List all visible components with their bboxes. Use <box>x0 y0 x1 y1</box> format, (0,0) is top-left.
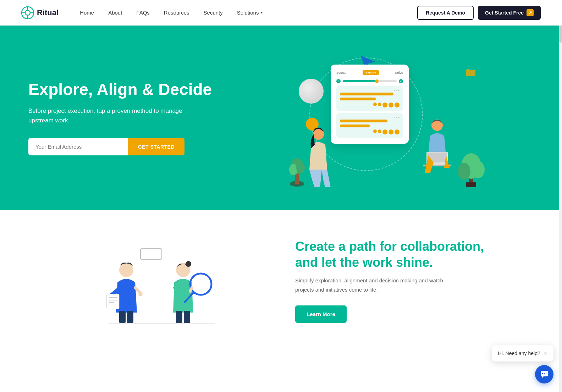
ui-section-2 <box>336 113 403 138</box>
folder-icon-decoration <box>465 68 476 78</box>
chat-widget: Hi. Need any help? × <box>492 345 553 351</box>
navbar: Ritual Home About FAQs Resources Securit… <box>0 0 562 26</box>
nav-security[interactable]: Security <box>204 10 223 16</box>
get-started-button[interactable]: Get Started Free ↗ <box>478 6 541 20</box>
nav-about[interactable]: About <box>108 10 122 16</box>
section2-content: Create a path for collaboration, and let… <box>295 238 534 323</box>
arrow-icon: ↗ <box>527 9 534 16</box>
ui-card: Source Explore Solve ✓ ✓ <box>331 65 409 144</box>
hero-email-form: GET STARTED <box>28 138 184 155</box>
email-input[interactable] <box>28 138 128 155</box>
ui-bar-3 <box>340 120 387 122</box>
section2-title: Create a path for collaboration, and let… <box>295 238 534 270</box>
svg-point-34 <box>186 261 191 267</box>
chat-message: Hi. Need any help? <box>498 350 540 351</box>
nav-solutions-label: Solutions <box>237 10 259 16</box>
request-demo-button[interactable]: Request A Demo <box>417 6 474 20</box>
chat-close-button[interactable]: × <box>544 350 547 351</box>
svg-point-11 <box>289 164 298 175</box>
svg-rect-22 <box>466 182 476 187</box>
section2-title-part1: Create a path for collaboration, <box>295 239 484 254</box>
section2-title-highlight: shine. <box>396 255 433 270</box>
svg-rect-31 <box>119 311 126 323</box>
nav-faqs[interactable]: FAQs <box>136 10 150 16</box>
section2-title-part2: and let the work <box>295 255 396 270</box>
nav-actions: Request A Demo Get Started Free ↗ <box>417 6 541 20</box>
person-left-illustration <box>288 123 331 189</box>
get-started-cta-button[interactable]: GET STARTED <box>128 138 184 155</box>
hero-illustration: Source Explore Solve ✓ ✓ <box>281 47 480 189</box>
progress-dot <box>375 79 379 83</box>
scrollbar-track <box>559 0 562 351</box>
nav-home[interactable]: Home <box>80 10 94 16</box>
hero-illustration-area: Source Explore Solve ✓ ✓ <box>227 47 534 189</box>
ui-bar-2 <box>340 98 376 100</box>
plant-right-illustration <box>458 131 487 189</box>
ui-bar-4 <box>340 125 370 127</box>
svg-rect-37 <box>176 311 182 323</box>
learn-more-button[interactable]: Learn More <box>295 305 347 323</box>
svg-point-30 <box>138 292 143 296</box>
ui-card-explore-tab: Explore <box>363 70 379 75</box>
progress-track <box>343 80 397 82</box>
section2: Create a path for collaboration, and let… <box>0 210 562 351</box>
svg-rect-32 <box>127 311 133 323</box>
hero-content: Explore, Align & Decide Before project e… <box>28 80 227 155</box>
svg-rect-24 <box>140 249 162 259</box>
collaboration-illustration <box>80 242 215 320</box>
hero-section: Explore, Align & Decide Before project e… <box>0 26 562 210</box>
svg-rect-38 <box>184 311 190 323</box>
nav-resources[interactable]: Resources <box>164 10 189 16</box>
svg-point-12 <box>296 162 305 173</box>
chat-bubble: Hi. Need any help? × <box>492 345 553 351</box>
ui-coins-1 <box>340 103 400 107</box>
person-right-illustration <box>416 116 458 182</box>
check-icon: ✓ <box>336 79 341 83</box>
ui-card-solve-label: Solve <box>395 71 403 74</box>
progress-fill <box>343 80 378 82</box>
svg-point-25 <box>119 263 133 277</box>
nav-links: Home About FAQs Resources Security Solut… <box>80 10 417 16</box>
brand-logo[interactable]: Ritual <box>21 6 59 19</box>
ui-section-1 <box>336 86 403 111</box>
section2-illustration <box>28 242 267 320</box>
chevron-down-icon <box>260 12 263 13</box>
svg-rect-26 <box>107 294 119 309</box>
svg-point-21 <box>472 161 485 178</box>
ui-bar-1 <box>340 93 393 95</box>
svg-point-1 <box>25 10 30 15</box>
illus2-svg <box>80 242 222 330</box>
globe-decoration <box>299 79 324 104</box>
ui-card-source-label: Source <box>336 71 347 74</box>
nav-solutions[interactable]: Solutions <box>237 10 263 16</box>
hero-subtitle: Before project execution, tap a proven m… <box>28 106 184 125</box>
check-icon-right: ✓ <box>399 79 403 83</box>
ui-coins-2 <box>340 129 400 134</box>
brand-name: Ritual <box>37 8 59 17</box>
hero-title: Explore, Align & Decide <box>28 80 227 99</box>
logo-icon <box>21 6 34 19</box>
get-started-label: Get Started Free <box>485 10 524 16</box>
section2-description: Simplify exploration, alignment and deci… <box>295 276 444 294</box>
